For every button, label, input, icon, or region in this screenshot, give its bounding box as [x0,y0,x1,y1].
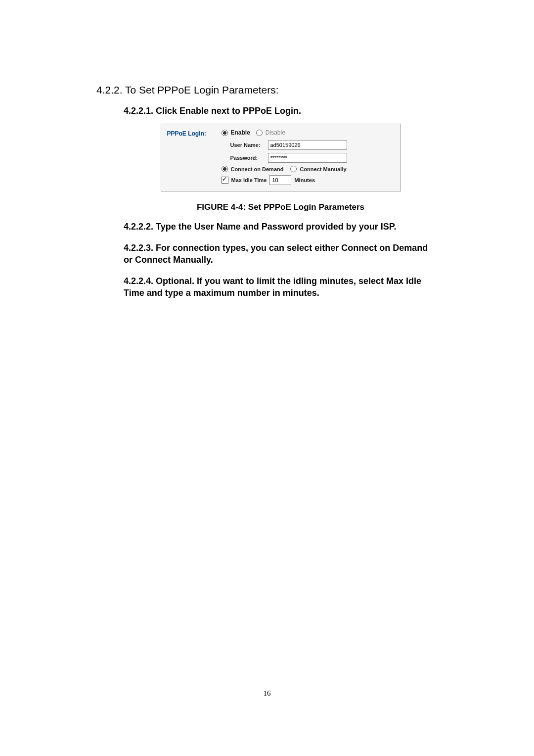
figure-wrap: PPPoE Login: Enable Disable User Name: P… [124,124,438,191]
password-input[interactable] [268,153,347,163]
radio-connect-on-demand[interactable] [222,166,228,172]
user-name-input[interactable] [268,140,347,150]
figure-form: Enable Disable User Name: Password: [222,129,395,185]
step-4-2-2-1: 4.2.2.1. Click Enable next to PPPoE Logi… [124,106,438,116]
step-4-2-2-3: 4.2.2.3. For connection types, you can s… [124,242,438,266]
max-idle-row: Max Idle Time Minutes [222,175,395,185]
label-minutes: Minutes [294,177,315,183]
label-connect-manually: Connect Manually [300,166,346,172]
user-name-label: User Name: [230,142,265,148]
page-content: 4.2.2. To Set PPPoE Login Parameters: 4.… [0,0,534,299]
step-4-2-2-4: 4.2.2.4. Optional. If you want to limit … [124,276,438,299]
password-row: Password: [222,153,395,163]
label-max-idle: Max Idle Time [231,177,267,183]
figure-4-4: PPPoE Login: Enable Disable User Name: P… [161,124,401,191]
label-disable: Disable [266,129,285,136]
password-label: Password: [230,155,265,161]
radio-enable[interactable] [222,130,228,136]
section-body: 4.2.2.1. Click Enable next to PPPoE Logi… [96,106,438,299]
enable-disable-row: Enable Disable [222,129,395,136]
radio-disable[interactable] [256,130,263,136]
figure-caption: FIGURE 4-4: Set PPPoE Login Parameters [124,202,438,212]
step-4-2-2-2: 4.2.2.2. Type the User Name and Password… [124,221,438,233]
label-connect-on-demand: Connect on Demand [231,166,284,172]
figure-title: PPPoE Login: [167,129,222,185]
max-idle-input[interactable] [269,175,291,185]
connect-type-row: Connect on Demand Connect Manually [222,166,395,172]
checkbox-max-idle[interactable] [222,177,228,184]
label-enable: Enable [231,129,250,136]
radio-connect-manually[interactable] [290,166,297,172]
user-name-row: User Name: [222,140,395,150]
page-number: 16 [0,689,534,698]
section-heading: 4.2.2. To Set PPPoE Login Parameters: [96,84,438,96]
